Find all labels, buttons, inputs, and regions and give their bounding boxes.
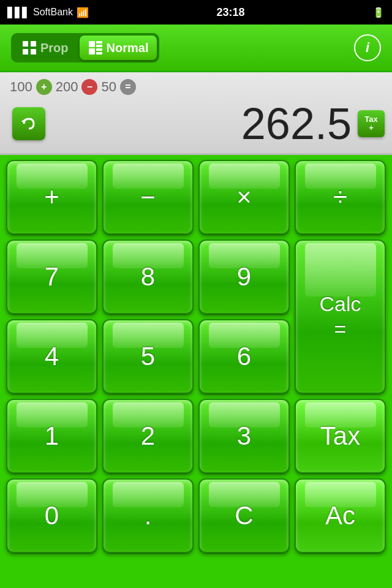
info-button[interactable]: i — [354, 34, 381, 61]
key-calc-label: Calc — [319, 292, 361, 316]
svg-rect-4 — [89, 41, 95, 47]
normal-label: Normal — [107, 41, 149, 55]
svg-rect-2 — [23, 49, 28, 55]
undo-button[interactable] — [12, 107, 45, 140]
key-0[interactable]: 0 — [6, 478, 97, 553]
tax-badge-line1: Tax — [364, 115, 377, 124]
top-bar: Prop Normal i — [0, 24, 392, 72]
info-icon: i — [366, 40, 369, 56]
expr-100: 100 — [10, 79, 32, 95]
expression-row: 100 + 200 − 50 = — [0, 72, 392, 99]
key-divide[interactable]: ÷ — [295, 160, 386, 235]
key-9[interactable]: 9 — [198, 239, 290, 314]
svg-rect-6 — [96, 45, 102, 47]
expr-plus: + — [36, 79, 52, 95]
prop-mode-button[interactable]: Prop — [13, 36, 77, 60]
key-calc-equals: = — [334, 317, 347, 341]
tax-badge-line2: + — [369, 124, 374, 132]
key-clear[interactable]: C — [198, 478, 290, 553]
tax-badge[interactable]: Tax + — [358, 110, 385, 137]
keypad: + − × ÷ 7 8 9 Calc = 4 5 6 1 2 3 Tax 0 .… — [0, 155, 392, 558]
normal-mode-button[interactable]: Normal — [80, 36, 157, 60]
svg-rect-3 — [31, 49, 36, 55]
svg-rect-8 — [96, 48, 102, 51]
key-multiply[interactable]: × — [198, 160, 290, 235]
svg-rect-0 — [23, 41, 28, 47]
carrier-label: SoftBank — [33, 7, 73, 18]
key-1[interactable]: 1 — [6, 399, 97, 473]
result-row: 262.5 Tax + — [0, 99, 392, 153]
key-4[interactable]: 4 — [6, 319, 97, 394]
status-left: ▋▋▋ SoftBank 📶 — [7, 7, 89, 18]
battery-icon: 🔋 — [372, 7, 385, 18]
expr-50: 50 — [101, 79, 116, 95]
normal-icon — [88, 40, 103, 55]
prop-label: Prop — [40, 41, 69, 55]
mode-buttons: Prop Normal — [11, 33, 159, 62]
status-right: 🔋 — [372, 7, 385, 18]
key-allclear[interactable]: Ac — [295, 478, 386, 553]
svg-rect-1 — [31, 41, 36, 47]
signal-icon: ▋▋▋ — [7, 7, 29, 18]
key-calc[interactable]: Calc = — [295, 239, 386, 394]
status-time: 23:18 — [216, 6, 244, 19]
key-8[interactable]: 8 — [102, 239, 194, 314]
expr-200: 200 — [56, 79, 78, 95]
key-minus[interactable]: − — [102, 160, 194, 235]
prop-icon — [22, 40, 37, 55]
expr-minus: − — [81, 79, 97, 95]
expr-equals: = — [120, 79, 136, 95]
status-bar: ▋▋▋ SoftBank 📶 23:18 🔋 — [0, 0, 392, 24]
key-5[interactable]: 5 — [102, 319, 194, 394]
key-7[interactable]: 7 — [6, 239, 97, 314]
key-plus[interactable]: + — [6, 160, 97, 235]
svg-rect-9 — [96, 52, 102, 55]
wifi-icon: 📶 — [77, 7, 89, 18]
key-tax[interactable]: Tax — [295, 399, 386, 473]
key-decimal[interactable]: . — [102, 478, 194, 553]
key-6[interactable]: 6 — [198, 319, 290, 394]
key-2[interactable]: 2 — [102, 399, 194, 473]
key-3[interactable]: 3 — [198, 399, 290, 473]
svg-rect-7 — [89, 48, 95, 55]
svg-rect-5 — [96, 41, 102, 43]
display-area: 100 + 200 − 50 = 262.5 Tax + — [0, 72, 392, 155]
result-value: 262.5 — [241, 102, 352, 146]
